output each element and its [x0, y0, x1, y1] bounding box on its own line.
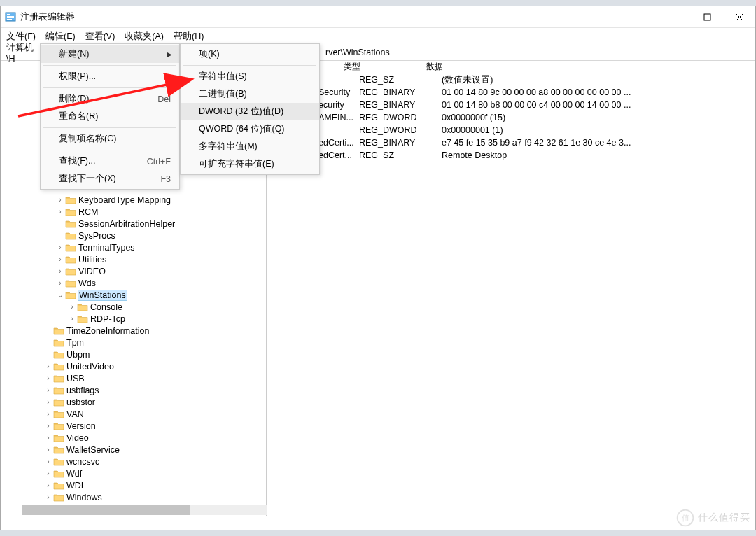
tree-node-label[interactable]: WalletService [66, 445, 120, 455]
value-row[interactable]: edCert...REG_SZRemote Desktop [267, 149, 755, 162]
close-button[interactable] [723, 6, 755, 27]
tree-node-label[interactable]: WinStations [78, 290, 127, 300]
chevron-right-icon[interactable]: › [43, 374, 53, 382]
tree-node[interactable]: ›Winlogon [8, 515, 266, 516]
chevron-right-icon[interactable]: › [43, 446, 53, 453]
tree-node[interactable]: ›wcncsvc [8, 456, 266, 467]
tree-node[interactable]: ›Utilities [8, 253, 266, 265]
chevron-right-icon[interactable]: › [43, 493, 53, 501]
tree-node[interactable]: ›WDI [8, 479, 266, 491]
tree-node[interactable]: ⌄WinStations [8, 289, 266, 301]
submenu-item-multistring[interactable]: 多字符串值(M) [181, 138, 319, 155]
menu-file[interactable]: 文件(F) [6, 31, 36, 43]
menubar[interactable]: 文件(F) 编辑(E) 查看(V) 收藏夹(A) 帮助(H) [1, 28, 755, 45]
tree-node-label[interactable]: SessionArbitrationHelper [78, 219, 175, 229]
chevron-right-icon[interactable]: › [43, 398, 53, 406]
scroll-thumb[interactable] [22, 505, 190, 515]
submenu-item-qword[interactable]: QWORD (64 位)值(Q) [181, 120, 319, 138]
tree-node[interactable]: ›RCM [8, 206, 266, 218]
chevron-right-icon[interactable]: › [67, 303, 77, 311]
menu-item-new[interactable]: 新建(N)▶ [41, 45, 179, 63]
chevron-right-icon[interactable]: › [43, 481, 53, 489]
submenu-item-binary[interactable]: 二进制值(B) [181, 85, 319, 103]
chevron-right-icon[interactable]: › [43, 410, 53, 418]
chevron-right-icon[interactable]: › [55, 279, 65, 287]
tree-node-label[interactable]: usbflags [66, 386, 99, 395]
value-row[interactable]: SecurityREG_BINARY01 00 14 80 9c 00 00 0… [267, 86, 755, 99]
titlebar[interactable]: 注册表编辑器 [1, 6, 755, 27]
edit-context-menu[interactable]: 新建(N)▶ 权限(P)... 删除(D)Del 重命名(R) 复制项名称(C)… [40, 43, 180, 190]
tree-node[interactable]: SessionArbitrationHelper [8, 218, 266, 230]
menu-item-find[interactable]: 查找(F)...Ctrl+F [41, 153, 179, 170]
tree-node-label[interactable]: Windows [66, 493, 102, 502]
horizontal-scrollbar[interactable] [22, 505, 267, 515]
value-row[interactable]: edCerti...REG_BINARYe7 45 fe 15 35 b9 a7… [267, 136, 755, 149]
tree-node-label[interactable]: TimeZoneInformation [66, 326, 149, 336]
value-row[interactable]: AMEIN...REG_DWORD0x0000000f (15) [267, 111, 755, 124]
maximize-button[interactable] [691, 6, 723, 27]
values-list-pane[interactable]: 类型 数据 REG_SZ(数值未设置)SecurityREG_BINARY01 … [267, 61, 755, 516]
value-row[interactable]: REG_SZ(数值未设置) [267, 73, 755, 86]
chevron-right-icon[interactable]: › [55, 244, 65, 251]
tree-node[interactable]: ›Video [8, 432, 266, 444]
tree-node[interactable]: ›Version [8, 420, 266, 432]
menu-item-permissions[interactable]: 权限(P)... [41, 68, 179, 85]
tree-node-label[interactable]: Console [90, 302, 122, 312]
tree-node[interactable]: ›KeyboardType Mapping [8, 194, 266, 206]
chevron-right-icon[interactable]: › [43, 422, 53, 430]
chevron-right-icon[interactable]: › [43, 434, 53, 442]
tree-node[interactable]: ›usbstor [8, 396, 266, 408]
tree-node[interactable]: Tpm [8, 337, 266, 348]
tree-node-label[interactable]: WDI [66, 481, 83, 491]
submenu-item-key[interactable]: 项(K) [181, 45, 319, 63]
tree-node-label[interactable]: TerminalTypes [78, 243, 135, 253]
value-row[interactable]: REG_DWORD0x00000001 (1) [267, 124, 755, 136]
chevron-right-icon[interactable]: › [55, 196, 65, 204]
chevron-right-icon[interactable]: › [67, 315, 77, 323]
tree-node[interactable]: ›Console [8, 301, 266, 313]
tree-node-label[interactable]: Winlogon [66, 516, 103, 517]
menu-item-copy-keyname[interactable]: 复制项名称(C) [41, 130, 179, 148]
tree-node-label[interactable]: wcncsvc [66, 457, 99, 467]
tree-node[interactable]: ›TerminalTypes [8, 241, 266, 253]
tree-node-label[interactable]: Version [66, 421, 96, 431]
tree-node-label[interactable]: VAN [66, 409, 84, 419]
tree-node-label[interactable]: RCM [78, 207, 98, 217]
submenu-item-expstring[interactable]: 可扩充字符串值(E) [181, 155, 319, 173]
submenu-item-string[interactable]: 字符串值(S) [181, 68, 319, 85]
menu-view[interactable]: 查看(V) [85, 31, 115, 43]
menu-item-find-next[interactable]: 查找下一个(X)F3 [41, 170, 179, 188]
chevron-right-icon[interactable]: › [43, 386, 53, 394]
tree-node[interactable]: ›VIDEO [8, 265, 266, 277]
tree-node[interactable]: SysProcs [8, 230, 266, 241]
tree-node-label[interactable]: KeyboardType Mapping [78, 195, 171, 205]
list-header[interactable]: 类型 数据 [267, 61, 755, 73]
tree-node-label[interactable]: Wdf [66, 469, 82, 479]
tree-node-label[interactable]: USB [66, 374, 85, 383]
menu-help[interactable]: 帮助(H) [174, 31, 204, 43]
tree-node[interactable]: ›WalletService [8, 444, 266, 456]
tree-node-label[interactable]: VIDEO [78, 267, 106, 276]
submenu-item-dword[interactable]: DWORD (32 位)值(D) [181, 103, 319, 120]
chevron-right-icon[interactable]: › [55, 267, 65, 275]
tree-node-label[interactable]: Utilities [78, 255, 106, 265]
header-data[interactable]: 数据 [426, 61, 443, 73]
chevron-right-icon[interactable]: › [43, 458, 53, 465]
header-type[interactable]: 类型 [344, 61, 426, 73]
tree-node[interactable]: ›USB [8, 372, 266, 384]
tree-node-label[interactable]: Video [66, 433, 89, 443]
value-row[interactable]: ecurityREG_BINARY01 00 14 80 b8 00 00 00… [267, 99, 755, 111]
minimize-button[interactable] [659, 6, 691, 27]
tree-node[interactable]: ›Windows [8, 491, 266, 503]
chevron-down-icon[interactable]: ⌄ [55, 291, 65, 299]
tree-node[interactable]: ›UnitedVideo [8, 360, 266, 372]
tree-node[interactable]: TimeZoneInformation [8, 325, 266, 337]
tree-node-label[interactable]: Tpm [66, 338, 84, 348]
tree-node[interactable]: ›Wds [8, 277, 266, 289]
tree-node[interactable]: ›Wdf [8, 467, 266, 479]
menu-item-rename[interactable]: 重命名(R) [41, 108, 179, 125]
tree-node[interactable]: ›VAN [8, 408, 266, 420]
tree-node-label[interactable]: Ubpm [66, 350, 90, 360]
chevron-right-icon[interactable]: › [55, 208, 65, 216]
chevron-right-icon[interactable]: › [43, 470, 53, 477]
